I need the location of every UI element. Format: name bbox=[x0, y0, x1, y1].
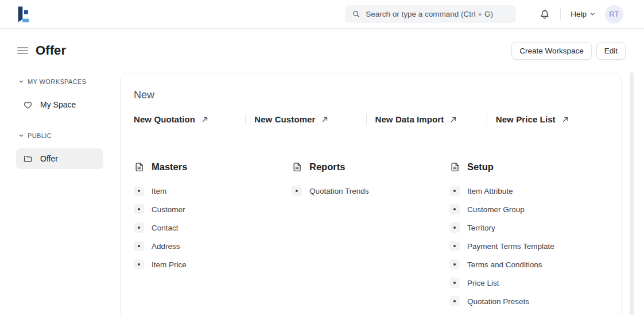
list-item[interactable]: Territory bbox=[449, 218, 607, 237]
bullet-icon bbox=[134, 222, 144, 233]
shortcut-label: New Customer bbox=[254, 114, 315, 124]
shortcuts-row: New Quotation New Customer New Data Impo… bbox=[134, 114, 607, 125]
column-title: Masters bbox=[152, 162, 187, 172]
shortcut-new-price-list[interactable]: New Price List bbox=[496, 114, 607, 124]
link-list: Item AttributeCustomer GroupTerritoryPay… bbox=[449, 182, 607, 310]
shortcut-divider bbox=[245, 114, 246, 125]
sidebar-item-offer[interactable]: Offer bbox=[16, 148, 103, 169]
page-title: Offer bbox=[36, 43, 66, 58]
arrow-up-right-icon bbox=[201, 116, 209, 124]
list-item[interactable]: Item Price bbox=[134, 255, 292, 274]
create-workspace-button[interactable]: Create Workspace bbox=[511, 42, 592, 60]
shortcut-new-customer[interactable]: New Customer bbox=[254, 114, 366, 124]
link-list: Quotation Trends bbox=[292, 182, 449, 200]
bullet-icon bbox=[292, 186, 302, 196]
sidebar-item-label: Offer bbox=[40, 154, 58, 163]
arrow-up-right-icon bbox=[321, 116, 329, 124]
bullet-icon bbox=[449, 296, 460, 306]
folder-icon bbox=[23, 154, 33, 164]
sidebar-section-public[interactable]: PUBLIC bbox=[17, 132, 103, 139]
bell-icon bbox=[539, 9, 550, 20]
scrollbar[interactable] bbox=[630, 72, 634, 315]
heart-icon bbox=[23, 100, 33, 110]
chevron-down-icon bbox=[18, 79, 24, 84]
list-item[interactable]: Terms and Conditions bbox=[449, 255, 607, 274]
link-columns: Masters ItemCustomerContactAddressItem P… bbox=[134, 162, 607, 310]
navbar-divider bbox=[560, 8, 561, 21]
shortcut-label: New Quotation bbox=[134, 114, 195, 124]
list-item-label: Contact bbox=[152, 224, 179, 232]
sidebar-item-my-space[interactable]: My Space bbox=[16, 94, 103, 115]
bullet-icon bbox=[449, 259, 460, 270]
bullet-icon bbox=[134, 186, 144, 196]
page-header: Offer Create Workspace Edit bbox=[17, 41, 626, 60]
list-item-label: Payment Terms Template bbox=[467, 242, 554, 251]
help-menu[interactable]: Help bbox=[571, 10, 596, 18]
notifications-button[interactable] bbox=[539, 9, 550, 20]
sidebar: MY WORKSPACES My Space PUBLIC bbox=[17, 74, 103, 169]
search-placeholder: Search or type a command (Ctrl + G) bbox=[366, 10, 493, 18]
list-item-label: Customer bbox=[152, 205, 185, 214]
column-title: Reports bbox=[309, 162, 345, 172]
list-item-label: Territory bbox=[467, 224, 495, 232]
list-item[interactable]: Price List bbox=[449, 274, 607, 292]
new-section-title: New bbox=[134, 89, 607, 101]
column-header: Masters bbox=[134, 162, 292, 172]
search-icon bbox=[352, 10, 360, 18]
list-item[interactable]: Address bbox=[134, 237, 292, 255]
column-reports: Reports Quotation Trends bbox=[292, 162, 449, 310]
avatar[interactable]: RT bbox=[605, 5, 623, 24]
bullet-icon bbox=[449, 186, 460, 196]
list-item[interactable]: Customer bbox=[134, 200, 292, 218]
shortcut-label: New Price List bbox=[496, 114, 556, 124]
bullet-icon bbox=[449, 241, 460, 251]
chevron-down-icon bbox=[18, 133, 24, 139]
help-label: Help bbox=[571, 10, 587, 18]
list-item[interactable]: Quotation Presets bbox=[449, 292, 607, 310]
list-item[interactable]: Quotation Trends bbox=[292, 182, 449, 200]
list-item-label: Item Attribute bbox=[467, 187, 513, 195]
list-item-label: Item Price bbox=[152, 260, 187, 269]
app-logo-icon[interactable] bbox=[17, 6, 30, 23]
document-icon bbox=[134, 162, 145, 172]
global-search-input[interactable]: Search or type a command (Ctrl + G) bbox=[345, 5, 516, 23]
column-setup: Setup Item AttributeCustomer GroupTerrit… bbox=[449, 162, 607, 310]
list-item[interactable]: Payment Terms Template bbox=[449, 237, 607, 255]
list-item[interactable]: Item bbox=[134, 182, 292, 200]
sidebar-section-my-workspaces[interactable]: MY WORKSPACES bbox=[17, 78, 103, 85]
shortcut-new-data-import[interactable]: New Data Import bbox=[375, 114, 487, 124]
list-item-label: Customer Group bbox=[467, 205, 525, 214]
shortcut-divider bbox=[366, 114, 367, 125]
bullet-icon bbox=[134, 241, 144, 251]
list-item[interactable]: Customer Group bbox=[449, 200, 607, 218]
link-list: ItemCustomerContactAddressItem Price bbox=[134, 182, 292, 274]
list-item[interactable]: Contact bbox=[134, 218, 292, 237]
bullet-icon bbox=[449, 204, 460, 214]
document-icon bbox=[292, 162, 302, 172]
column-masters: Masters ItemCustomerContactAddressItem P… bbox=[134, 162, 292, 310]
list-item-label: Item bbox=[152, 187, 166, 195]
list-item-label: Quotation Presets bbox=[467, 297, 529, 306]
column-header: Reports bbox=[292, 162, 449, 172]
column-title: Setup bbox=[467, 162, 494, 172]
bullet-icon bbox=[134, 204, 144, 214]
document-icon bbox=[449, 162, 460, 172]
list-item-label: Address bbox=[152, 242, 180, 251]
sidebar-item-label: My Space bbox=[40, 100, 76, 109]
shortcut-divider bbox=[487, 114, 487, 125]
content-area: MY WORKSPACES My Space PUBLIC bbox=[0, 74, 644, 315]
edit-button[interactable]: Edit bbox=[596, 42, 626, 60]
header-actions: Create Workspace Edit bbox=[511, 42, 626, 60]
list-item-label: Price List bbox=[467, 279, 499, 287]
section-label-text: MY WORKSPACES bbox=[28, 78, 87, 85]
arrow-up-right-icon bbox=[561, 116, 569, 124]
shortcut-label: New Data Import bbox=[375, 114, 444, 124]
column-header: Setup bbox=[449, 162, 607, 172]
sidebar-toggle-icon[interactable] bbox=[17, 46, 28, 56]
list-item[interactable]: Item Attribute bbox=[449, 182, 607, 200]
shortcut-new-quotation[interactable]: New Quotation bbox=[134, 114, 245, 124]
section-label-text: PUBLIC bbox=[28, 132, 52, 139]
workspace-card: New New Quotation New Customer bbox=[120, 74, 622, 315]
list-item-label: Quotation Trends bbox=[309, 187, 369, 195]
chevron-down-icon bbox=[589, 11, 596, 17]
